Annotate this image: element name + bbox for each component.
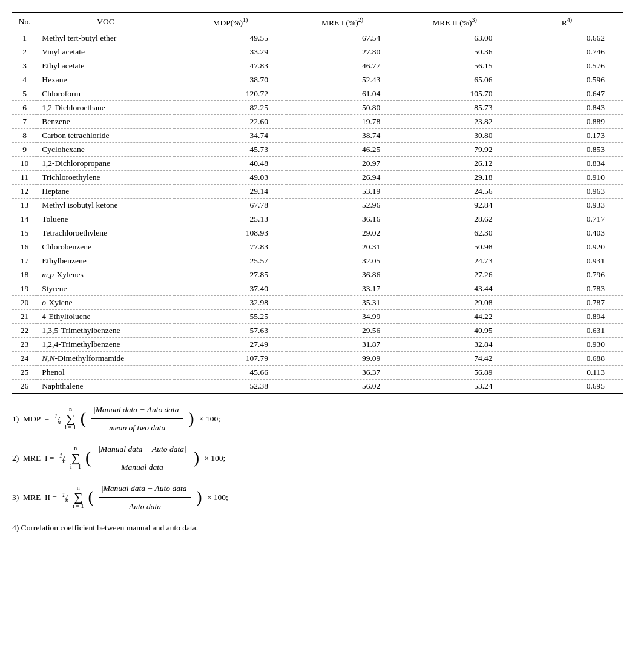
cell-voc: Methyl isobutyl ketone <box>37 198 174 212</box>
cell-mre1: 99.09 <box>286 351 398 365</box>
cell-mre1: 36.16 <box>286 212 398 226</box>
cell-voc: Naphthalene <box>37 379 174 394</box>
cell-mdp: 49.55 <box>174 31 286 45</box>
cell-mre2: 28.62 <box>398 212 510 226</box>
cell-mre1: 32.05 <box>286 254 398 268</box>
cell-no: 17 <box>12 254 37 268</box>
table-row: 6 1,2-Dichloroethane 82.25 50.80 85.73 0… <box>12 100 623 114</box>
table-row: 8 Carbon tetrachloride 34.74 38.74 30.80… <box>12 128 623 142</box>
cell-mre1: 52.43 <box>286 73 398 87</box>
cell-voc: Trichloroethylene <box>37 170 174 184</box>
cell-r: 0.717 <box>511 212 623 226</box>
cell-no: 16 <box>12 240 37 254</box>
cell-mdp: 77.83 <box>174 240 286 254</box>
cell-no: 19 <box>12 282 37 295</box>
cell-no: 10 <box>12 156 37 170</box>
cell-voc: Methyl tert-butyl ether <box>37 31 174 45</box>
table-row: 1 Methyl tert-butyl ether 49.55 67.54 63… <box>12 31 623 45</box>
cell-r: 0.746 <box>511 45 623 59</box>
header-mre1: MRE I (%)2) <box>286 13 398 31</box>
cell-mdp: 108.93 <box>174 226 286 240</box>
cell-mre1: 53.19 <box>286 184 398 198</box>
cell-mre2: 30.80 <box>398 128 510 142</box>
footnote-2: 2) MRE I = 1/n n ∑ i = 1 ( |Manual data … <box>12 441 623 475</box>
cell-r: 0.596 <box>511 73 623 87</box>
cell-mdp: 25.57 <box>174 254 286 268</box>
fn2-label: 2) MRE I = <box>12 450 56 466</box>
cell-mre1: 50.80 <box>286 100 398 114</box>
cell-voc: Chlorobenzene <box>37 240 174 254</box>
table-row: 18 m,p-Xylenes 27.85 36.86 27.26 0.796 <box>12 268 623 282</box>
table-row: 11 Trichloroethylene 49.03 26.94 29.18 0… <box>12 170 623 184</box>
cell-mre2: 63.00 <box>398 31 510 45</box>
cell-voc: Vinyl acetate <box>37 45 174 59</box>
cell-mre2: 56.89 <box>398 365 510 379</box>
cell-r: 0.853 <box>511 142 623 156</box>
cell-mdp: 45.73 <box>174 142 286 156</box>
cell-mdp: 107.79 <box>174 351 286 365</box>
table-row: 25 Phenol 45.66 36.37 56.89 0.113 <box>12 365 623 379</box>
cell-mdp: 52.38 <box>174 379 286 394</box>
cell-r: 0.695 <box>511 379 623 394</box>
cell-voc: Carbon tetrachloride <box>37 128 174 142</box>
cell-r: 0.647 <box>511 87 623 100</box>
table-row: 15 Tetrachloroethylene 108.93 29.02 62.3… <box>12 226 623 240</box>
cell-mre2: 92.84 <box>398 198 510 212</box>
cell-no: 7 <box>12 114 37 128</box>
cell-mre1: 19.78 <box>286 114 398 128</box>
cell-voc: o-Xylene <box>37 295 174 309</box>
cell-r: 0.963 <box>511 184 623 198</box>
cell-mdp: 33.29 <box>174 45 286 59</box>
cell-no: 24 <box>12 351 37 365</box>
header-voc: VOC <box>37 13 174 31</box>
cell-voc: Styrene <box>37 282 174 295</box>
cell-no: 15 <box>12 226 37 240</box>
header-r: R4) <box>511 13 623 31</box>
cell-no: 4 <box>12 73 37 87</box>
cell-mre1: 38.74 <box>286 128 398 142</box>
cell-r: 0.910 <box>511 170 623 184</box>
table-row: 2 Vinyl acetate 33.29 27.80 50.36 0.746 <box>12 45 623 59</box>
fn1-fraction-prefix: 1/n <box>54 409 61 427</box>
cell-no: 26 <box>12 379 37 394</box>
cell-r: 0.688 <box>511 351 623 365</box>
cell-mdp: 27.85 <box>174 268 286 282</box>
cell-no: 25 <box>12 365 37 379</box>
fn2-fraction: |Manual data − Auto data| Manual data <box>96 441 188 475</box>
cell-voc: Toluene <box>37 212 174 226</box>
cell-mre2: 50.98 <box>398 240 510 254</box>
cell-no: 11 <box>12 170 37 184</box>
cell-r: 0.931 <box>511 254 623 268</box>
cell-mdp: 120.72 <box>174 87 286 100</box>
cell-no: 3 <box>12 59 37 73</box>
cell-mdp: 34.74 <box>174 128 286 142</box>
cell-mre1: 52.96 <box>286 198 398 212</box>
table-row: 5 Chloroform 120.72 61.04 105.70 0.647 <box>12 87 623 100</box>
cell-r: 0.843 <box>511 100 623 114</box>
cell-mre1: 20.31 <box>286 240 398 254</box>
table-row: 21 4-Ethyltoluene 55.25 34.99 44.22 0.89… <box>12 309 623 323</box>
cell-r: 0.787 <box>511 295 623 309</box>
cell-mre1: 36.37 <box>286 365 398 379</box>
cell-mre2: 23.82 <box>398 114 510 128</box>
cell-no: 6 <box>12 100 37 114</box>
cell-mre1: 34.99 <box>286 309 398 323</box>
fn3-sigma: n ∑ i = 1 <box>73 485 84 509</box>
cell-mdp: 45.66 <box>174 365 286 379</box>
cell-mdp: 29.14 <box>174 184 286 198</box>
cell-r: 0.930 <box>511 337 623 351</box>
cell-no: 21 <box>12 309 37 323</box>
cell-mre2: 74.42 <box>398 351 510 365</box>
cell-mre1: 33.17 <box>286 282 398 295</box>
cell-mre2: 27.26 <box>398 268 510 282</box>
cell-mdp: 27.49 <box>174 337 286 351</box>
cell-mre2: 24.73 <box>398 254 510 268</box>
cell-mre1: 27.80 <box>286 45 398 59</box>
fn1-label: 1) MDP = <box>12 410 51 427</box>
cell-voc: Hexane <box>37 73 174 87</box>
cell-mre2: 79.92 <box>398 142 510 156</box>
cell-mdp: 82.25 <box>174 100 286 114</box>
cell-mre1: 56.02 <box>286 379 398 394</box>
cell-voc: Chloroform <box>37 87 174 100</box>
cell-r: 0.783 <box>511 282 623 295</box>
